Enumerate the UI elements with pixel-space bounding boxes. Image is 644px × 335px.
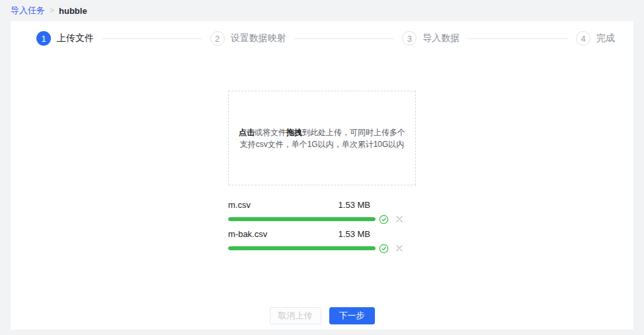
dropzone-hint-line1: 点击或将文件拖拽到此处上传，可同时上传多个 bbox=[239, 126, 405, 138]
next-step-button[interactable]: 下一步 bbox=[329, 307, 375, 324]
uploaded-file-list: m.csv 1.53 MB bbox=[228, 200, 416, 253]
file-row: m.csv 1.53 MB bbox=[228, 200, 416, 224]
step-connector bbox=[102, 38, 202, 39]
file-size: 1.53 MB bbox=[339, 229, 376, 239]
step-connector bbox=[467, 38, 568, 39]
file-row: m-bak.csv 1.53 MB bbox=[228, 229, 416, 253]
step-upload-file: 1 上传文件 bbox=[36, 31, 94, 46]
dropzone-hint-line2: 支持csv文件，单个1G以内，单次累计10G以内 bbox=[240, 138, 405, 150]
upload-progress-bar bbox=[228, 217, 376, 221]
step-1-circle: 1 bbox=[36, 31, 51, 46]
import-wizard-card: 1 上传文件 2 设置数据映射 3 导入数据 4 完成 点击或将文件拖拽到此处上… bbox=[11, 21, 633, 330]
step-2-circle: 2 bbox=[210, 31, 225, 46]
step-2-label: 设置数据映射 bbox=[231, 32, 286, 44]
file-name: m.csv bbox=[228, 200, 251, 210]
step-import-data: 3 导入数据 bbox=[402, 31, 460, 46]
breadcrumb-separator: > bbox=[50, 6, 54, 15]
file-size: 1.53 MB bbox=[339, 200, 376, 210]
check-circle-icon bbox=[379, 215, 389, 224]
remove-file-icon[interactable] bbox=[395, 215, 403, 223]
breadcrumb-current: hubble bbox=[59, 6, 87, 16]
step-4-circle: 4 bbox=[576, 31, 590, 46]
check-circle-icon bbox=[379, 244, 389, 254]
dropzone-click-text: 点击 bbox=[239, 128, 255, 137]
breadcrumb: 导入任务 > hubble bbox=[0, 0, 644, 21]
step-finish: 4 完成 bbox=[576, 31, 615, 46]
remove-file-icon[interactable] bbox=[395, 244, 403, 252]
upload-progress-bar bbox=[228, 246, 376, 250]
dropzone-drag-text: 拖拽 bbox=[286, 128, 302, 137]
cancel-upload-button[interactable]: 取消上传 bbox=[270, 307, 321, 324]
step-connector bbox=[294, 38, 395, 39]
file-dropzone[interactable]: 点击或将文件拖拽到此处上传，可同时上传多个 支持csv文件，单个1G以内，单次累… bbox=[228, 91, 416, 185]
step-data-mapping: 2 设置数据映射 bbox=[210, 31, 286, 46]
step-3-circle: 3 bbox=[402, 31, 417, 46]
step-4-label: 完成 bbox=[596, 32, 615, 44]
steps-bar: 1 上传文件 2 设置数据映射 3 导入数据 4 完成 bbox=[11, 21, 633, 46]
footer-actions: 取消上传 下一步 bbox=[228, 307, 416, 324]
upload-content-column: 点击或将文件拖拽到此处上传，可同时上传多个 支持csv文件，单个1G以内，单次累… bbox=[228, 91, 416, 324]
file-name: m-bak.csv bbox=[228, 229, 267, 239]
step-1-label: 上传文件 bbox=[57, 32, 94, 44]
step-3-label: 导入数据 bbox=[423, 32, 460, 44]
breadcrumb-link-import-tasks[interactable]: 导入任务 bbox=[11, 5, 45, 17]
